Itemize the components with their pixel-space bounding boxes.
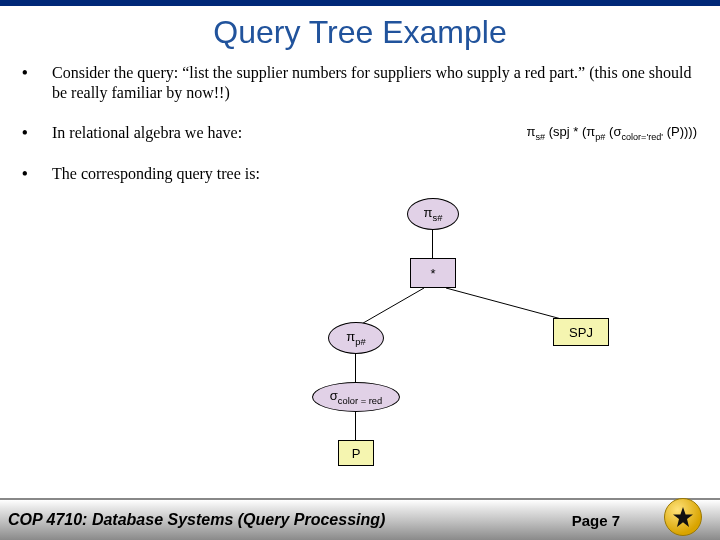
bullet-1: • Consider the query: “list the supplier…: [22, 63, 702, 103]
node-project-p: πp#: [328, 322, 384, 354]
bullet-marker: •: [22, 164, 52, 184]
edge: [355, 412, 356, 440]
bullet-3-text: The corresponding query tree is:: [52, 164, 702, 184]
bullet-2-text: In relational algebra we have:: [52, 123, 515, 143]
relational-algebra-expression: πs# (spj * (πp# (σcolor='red' (P)))): [521, 121, 702, 146]
node-join: *: [410, 258, 456, 288]
ucf-logo-icon: [664, 498, 702, 536]
node-spj: SPJ: [553, 318, 609, 346]
footer-course: COP 4710: Database Systems (Query Proces…: [0, 511, 385, 529]
bullet-2: • In relational algebra we have: πs# (sp…: [22, 121, 702, 146]
query-tree-diagram: πs# * πp# SPJ σcolor = red P: [0, 190, 720, 490]
bullet-1-text: Consider the query: “list the supplier n…: [52, 63, 702, 103]
edge: [432, 230, 433, 258]
node-project-s: πs#: [407, 198, 459, 230]
content-area: • Consider the query: “list the supplier…: [0, 63, 720, 184]
bullet-marker: •: [22, 63, 52, 103]
slide-title: Query Tree Example: [0, 14, 720, 51]
edge: [355, 354, 356, 382]
node-select-color: σcolor = red: [312, 382, 400, 412]
svg-line-0: [358, 288, 424, 326]
top-accent-bar: [0, 0, 720, 6]
footer-bar: COP 4710: Database Systems (Query Proces…: [0, 498, 720, 540]
bullet-3: • The corresponding query tree is:: [22, 164, 702, 184]
node-p: P: [338, 440, 374, 466]
bullet-marker: •: [22, 123, 52, 143]
